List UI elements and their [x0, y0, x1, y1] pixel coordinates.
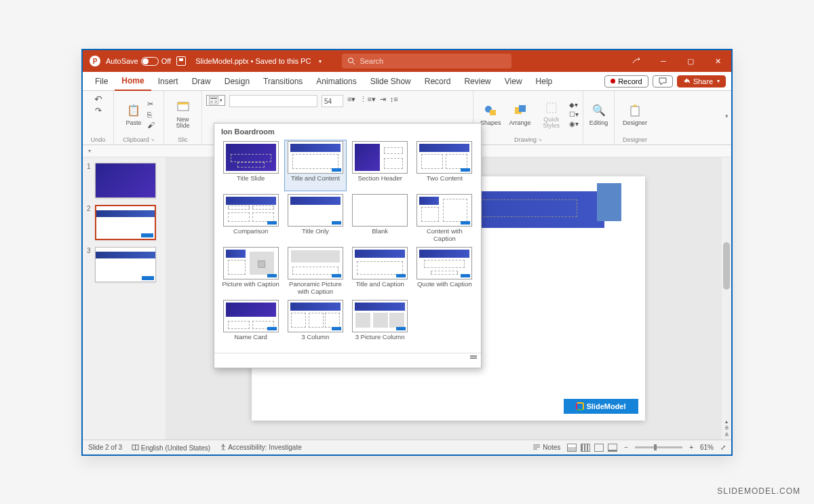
slide-position[interactable]: Slide 2 of 3: [88, 444, 122, 451]
scrollbar-thumb[interactable]: [723, 242, 730, 290]
slide-thumbnail-2[interactable]: [95, 205, 156, 240]
record-dot-icon: [610, 79, 615, 83]
record-button[interactable]: Record: [604, 75, 648, 88]
cut-icon[interactable]: ✂: [147, 100, 155, 109]
menu-help[interactable]: Help: [529, 72, 560, 91]
svg-rect-3: [178, 102, 189, 104]
line-spacing-icon[interactable]: ↕≡: [390, 95, 398, 103]
arrange-button[interactable]: Arrange: [507, 102, 534, 128]
title-bar: P AutoSave Off SlideModel.pptx • Saved t…: [83, 50, 731, 72]
layout-option[interactable]: ▨Picture with Caption: [220, 246, 282, 297]
menu-slideshow[interactable]: Slide Show: [364, 72, 418, 91]
layout-option[interactable]: Title Slide: [220, 140, 282, 191]
format-painter-icon[interactable]: 🖌: [147, 121, 155, 129]
layout-option[interactable]: Title Only: [284, 193, 346, 244]
comments-button[interactable]: [653, 75, 673, 88]
layout-option[interactable]: Two Content: [414, 140, 476, 191]
designer-button[interactable]: Designer: [620, 102, 650, 128]
slideshow-view-icon[interactable]: [608, 444, 617, 452]
zoom-out-icon[interactable]: −: [624, 444, 628, 451]
menu-draw[interactable]: Draw: [185, 72, 218, 91]
layout-label: Section Header: [357, 175, 402, 190]
font-picker[interactable]: [229, 95, 317, 107]
drawing-launcher-icon[interactable]: ↘: [538, 137, 542, 142]
undo-icon[interactable]: ↶: [94, 94, 102, 104]
layout-option[interactable]: Title and Content: [284, 140, 346, 191]
next-slide-double-icon[interactable]: ≚: [724, 432, 729, 438]
layout-gallery: Ion Boardroom Title SlideTitle and Conte…: [214, 123, 482, 368]
zoom-slider[interactable]: [635, 446, 682, 448]
bullets-icon[interactable]: ≡▾: [347, 95, 355, 104]
ribbon-mode-icon[interactable]: [623, 50, 650, 72]
maximize-button[interactable]: ▢: [677, 50, 704, 72]
menu-review[interactable]: Review: [457, 72, 497, 91]
layout-option[interactable]: Section Header: [349, 140, 411, 191]
layout-button[interactable]: ▾: [206, 95, 225, 106]
close-button[interactable]: ✕: [704, 50, 731, 72]
quick-styles-button[interactable]: Quick Styles: [537, 99, 566, 130]
menu-view[interactable]: View: [498, 72, 529, 91]
prev-slide-icon[interactable]: ▴: [725, 419, 728, 425]
svg-rect-12: [547, 103, 556, 113]
normal-view-icon[interactable]: [567, 444, 577, 452]
new-slide-button[interactable]: New Slide: [168, 99, 197, 130]
fit-to-window-icon[interactable]: ⤢: [720, 444, 726, 451]
vertical-scrollbar[interactable]: ▴ ≙ ≚: [722, 157, 731, 440]
menu-insert[interactable]: Insert: [151, 72, 185, 91]
layout-option[interactable]: Quote with Caption: [414, 246, 476, 297]
copy-icon[interactable]: ⎘: [147, 111, 155, 119]
autosave-toggle[interactable]: AutoSave Off: [106, 57, 171, 66]
layout-thumb: [416, 247, 472, 279]
zoom-in-icon[interactable]: +: [689, 444, 693, 451]
save-icon[interactable]: [176, 56, 186, 66]
shape-effects-icon[interactable]: ◉▾: [569, 120, 579, 128]
search-input[interactable]: Search: [342, 54, 511, 69]
layout-option[interactable]: Blank: [349, 193, 411, 244]
document-title: SlideModel.pptx • Saved to this PC: [195, 57, 311, 65]
layout-thumb: [352, 194, 408, 227]
menu-file[interactable]: File: [88, 72, 115, 91]
shape-fill-icon[interactable]: ◆▾: [569, 101, 579, 109]
menu-record[interactable]: Record: [418, 72, 458, 91]
sorter-view-icon[interactable]: [581, 444, 590, 452]
gallery-resize-handle[interactable]: [214, 353, 481, 364]
search-icon: [347, 57, 355, 65]
layout-option[interactable]: Panoramic Picture with Caption: [284, 246, 346, 297]
layout-thumb: [223, 141, 279, 174]
share-button[interactable]: Share▾: [677, 75, 726, 88]
paste-button[interactable]: 📋 Paste: [123, 102, 144, 128]
notes-button[interactable]: Notes: [532, 444, 560, 451]
reading-view-icon[interactable]: [594, 444, 604, 452]
clipboard-launcher-icon[interactable]: ↘: [151, 137, 155, 142]
layout-label: Two Content: [427, 175, 463, 190]
font-size-picker[interactable]: 54: [322, 95, 343, 107]
layout-label: Content with Caption: [415, 228, 474, 243]
slide-thumbnail-3[interactable]: [95, 247, 156, 282]
layout-option[interactable]: Comparison: [220, 193, 282, 244]
layout-thumb: [288, 194, 343, 227]
numbering-icon[interactable]: ⋮≡▾: [360, 95, 375, 104]
language-status[interactable]: English (United States): [132, 444, 210, 452]
indent-icon[interactable]: ⇥: [380, 95, 386, 104]
menu-transitions[interactable]: Transitions: [256, 72, 309, 91]
zoom-level[interactable]: 61%: [700, 444, 714, 451]
redo-icon[interactable]: ↷: [95, 106, 102, 115]
minimize-button[interactable]: ─: [650, 50, 677, 72]
thumb-number: 3: [87, 247, 92, 254]
menu-animations[interactable]: Animations: [309, 72, 363, 91]
qat-dropdown-icon[interactable]: ▾: [88, 148, 91, 154]
accessibility-status[interactable]: Accessibility: Investigate: [220, 444, 302, 451]
shape-outline-icon[interactable]: ☐▾: [569, 111, 579, 118]
layout-option[interactable]: 3 Picture Column: [349, 298, 411, 350]
prev-slide-double-icon[interactable]: ≙: [724, 425, 729, 431]
menu-design[interactable]: Design: [218, 72, 256, 91]
layout-option[interactable]: Content with Caption: [414, 193, 476, 244]
layout-option[interactable]: Title and Caption: [349, 246, 411, 297]
editing-button[interactable]: 🔍 Editing: [587, 102, 611, 128]
menu-home[interactable]: Home: [115, 72, 151, 91]
chevron-down-icon[interactable]: ▾: [319, 58, 322, 64]
slide-thumbnail-1[interactable]: [95, 163, 156, 198]
collapse-ribbon-icon[interactable]: ▾: [725, 113, 729, 119]
layout-option[interactable]: Name Card: [220, 298, 282, 350]
layout-option[interactable]: 3 Column: [284, 298, 346, 350]
